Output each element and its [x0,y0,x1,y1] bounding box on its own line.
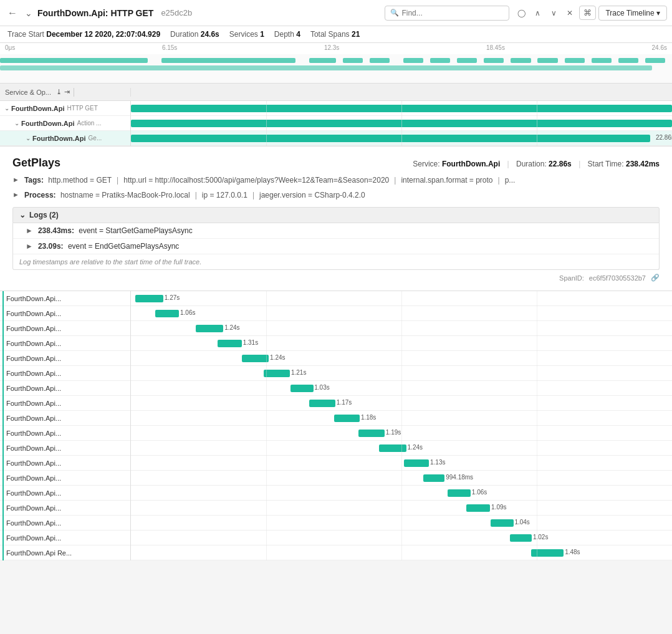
detail-title: GetPlays [12,156,60,170]
span-row-root[interactable]: ⌄ FourthDown.Api HTTP GET [0,101,672,116]
overview-bar [511,58,530,63]
mini-label-6: FourthDown.Api... [0,381,131,396]
overview-bar [565,58,585,63]
mini-timeline-11: 1.13s [131,456,672,471]
mini-timeline-3: 1.31s [131,336,672,351]
trace-duration: Duration 24.6s [170,30,219,39]
mini-timeline-9: 1.19s [131,426,672,441]
log-event-2: event = EndGetGamePlaysAsync [66,242,180,251]
mini-row-10[interactable]: FourthDown.Api... 1.24s [0,441,672,456]
mini-row-12[interactable]: FourthDown.Api... 994.18ms [0,471,672,486]
mini-label-11: FourthDown.Api... [0,456,131,471]
mini-timeline-17: 1.48s [131,545,672,560]
log-entry-2[interactable]: ► 23.09s: event = EndGetGamePlaysAsync [13,239,659,254]
logs-header[interactable]: ⌄ Logs (2) [12,207,660,223]
logs-collapse-icon: ⌄ [19,211,26,219]
process-row[interactable]: ► Process: hostname = Pratiks-MacBook-Pr… [12,191,660,199]
mini-label-16: FourthDown.Api... [0,531,131,545]
tag-4: p... [505,176,516,185]
mini-label-5: FourthDown.Api... [0,366,131,381]
col-header-left[interactable]: Service & Op... ⤓ ⇥ [0,88,131,97]
overview-bar [403,58,423,63]
mini-row-13[interactable]: FourthDown.Api... 1.06s [0,486,672,501]
mini-label-7: FourthDown.Api... [0,396,131,411]
mini-row-7[interactable]: FourthDown.Api... 1.17s [0,396,672,411]
getplays-duration: 22.86s [656,134,672,141]
mini-row-14[interactable]: FourthDown.Api... 1.09s [0,501,672,516]
col-header: Service & Op... ⤓ ⇥ 0μs 6.15s 12.3s 18.4… [0,84,672,101]
mini-timeline-6: 1.03s [131,381,672,396]
timeline-overview: 0μs 6.15s 12.3s 18.45s 24.6s [0,43,672,84]
toggle-getplays[interactable]: ⌄ [24,134,32,143]
mini-timeline-10: 1.24s [131,441,672,456]
overview-bar [592,58,612,63]
mini-timeline-4: 1.24s [131,351,672,366]
tag-2: http.url = http://localhost:5000/api/gam… [123,176,389,185]
mini-timeline-16: 1.02s [131,531,672,545]
mini-label-4: FourthDown.Api... [0,351,131,366]
log-time-1: 238.43ms: [38,226,74,235]
mini-timeline-13: 1.06s [131,486,672,501]
header-bar: ← ⌄ FourthDown.Api: HTTP GET e25dc2b 🔍 ◯… [0,0,672,26]
circle-icon[interactable]: ◯ [514,6,528,20]
mini-row-3[interactable]: FourthDown.Api... 1.31s [0,336,672,351]
overview-bar [370,58,390,63]
close-icon[interactable]: ✕ [563,6,577,20]
cmd-button[interactable]: ⌘ [579,6,596,20]
mini-label-13: FourthDown.Api... [0,486,131,501]
mini-label-15: FourthDown.Api... [0,516,131,531]
mini-row-0[interactable]: FourthDown.Api... 1.27s [0,291,672,306]
trace-info-bar: Trace Start December 12 2020, 22:07:04.9… [0,26,672,43]
mini-timeline-12: 994.18ms [131,471,672,486]
timeline-button[interactable]: Trace Timeline ▾ [598,6,667,21]
up-arrow-icon[interactable]: ∧ [530,6,544,20]
overview-bar [0,58,148,63]
header-icons: ◯ ∧ ∨ ✕ ⌘ Trace Timeline ▾ [514,6,667,21]
expand-all-icon[interactable]: ⇥ [64,88,70,96]
overview-bar [645,58,665,63]
span-timeline-action [131,116,672,131]
tick-6.15s: 6.15s [162,44,177,53]
log-entry-1[interactable]: ► 238.43ms: event = StartGetGamePlaysAsy… [13,223,659,239]
chevron-icon: ⌄ [25,8,32,18]
mini-row-5[interactable]: FourthDown.Api... 1.21s [0,366,672,381]
mini-row-16[interactable]: FourthDown.Api... 1.02s [0,531,672,545]
detail-meta: Service: FourthDown.Api | Duration: 22.8… [413,160,660,168]
collapse-all-icon[interactable]: ⤓ [56,88,62,96]
mini-row-17[interactable]: FourthDown.Api Re... 1.48s [0,545,672,560]
back-button[interactable]: ← [5,5,20,21]
down-arrow-icon[interactable]: ∨ [547,6,560,20]
search-box[interactable]: 🔍 [385,6,509,21]
mini-row-8[interactable]: FourthDown.Api... 1.18s [0,411,672,426]
overview-bar [309,58,336,63]
mini-row-2[interactable]: FourthDown.Api... 1.24s [0,321,672,336]
mini-row-11[interactable]: FourthDown.Api... 1.13s [0,456,672,471]
span-link-icon[interactable]: 🔗 [651,274,660,282]
trace-id: e25dc2b [161,8,192,17]
toggle-root[interactable]: ⌄ [2,104,11,113]
mini-row-9[interactable]: FourthDown.Api... 1.19s [0,426,672,441]
mini-timeline-8: 1.18s [131,411,672,426]
mini-row-1[interactable]: FourthDown.Api... 1.06s [0,306,672,321]
mini-label-9: FourthDown.Api... [0,426,131,441]
logs-body: ► 238.43ms: event = StartGetGamePlaysAsy… [12,223,660,270]
mini-label-2: FourthDown.Api... [0,321,131,336]
mini-label-0: FourthDown.Api... [0,291,131,306]
toggle-action[interactable]: ⌄ [12,119,21,128]
mini-label-12: FourthDown.Api... [0,471,131,486]
tags-row[interactable]: ► Tags: http.method = GET | http.url = h… [12,176,660,185]
tag-3: internal.span.format = proto [401,176,492,185]
mini-row-15[interactable]: FourthDown.Api... 1.04s [0,516,672,531]
trace-services: Services 1 [229,30,264,39]
overview-bar [457,58,477,63]
span-row-getplays[interactable]: ⌄ FourthDown.Api Ge... 22.86s [0,131,672,146]
overview-bar [618,58,638,63]
span-label-action: ⌄ FourthDown.Api Action ... [0,116,131,131]
search-input[interactable] [401,9,504,17]
mini-row-4[interactable]: FourthDown.Api... 1.24s [0,351,672,366]
mini-timeline-5: 1.21s [131,366,672,381]
mini-row-6[interactable]: FourthDown.Api... 1.03s [0,381,672,396]
log-event-1: event = StartGetGamePlaysAsync [77,226,193,235]
timeline-ruler: 0μs 6.15s 12.3s 18.45s 24.6s [0,43,672,54]
span-row-action[interactable]: ⌄ FourthDown.Api Action ... [0,116,672,131]
